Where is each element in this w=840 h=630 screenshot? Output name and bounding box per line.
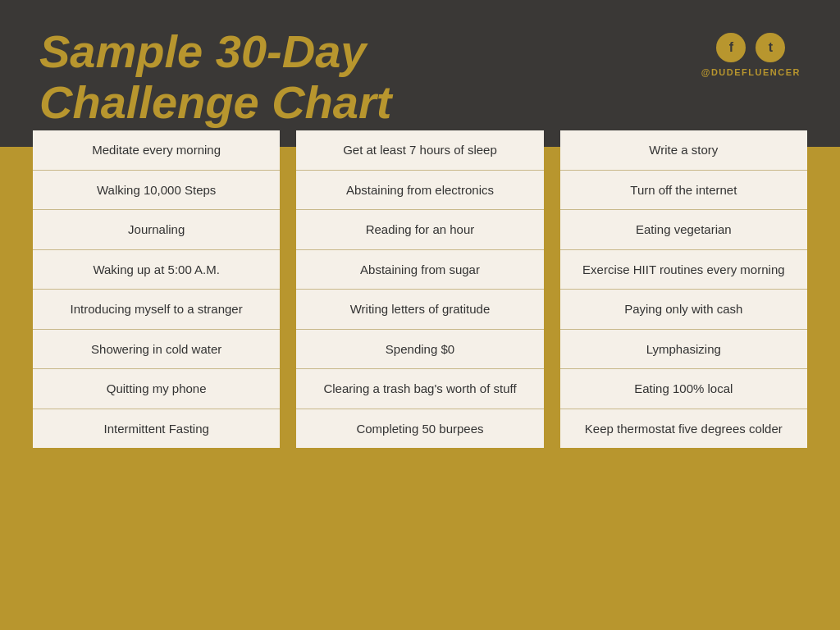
list-item: Introducing myself to a stranger xyxy=(33,290,280,330)
list-item: Writing letters of gratitude xyxy=(296,290,543,330)
facebook-icon[interactable]: f xyxy=(716,33,746,62)
list-item: Eating 100% local xyxy=(560,369,807,409)
list-item: Lymphasizing xyxy=(560,330,807,370)
list-item: Abstaining from electronics xyxy=(296,171,543,211)
page: Sample 30-Day Challenge Chart f t @DUDEF… xyxy=(0,0,840,630)
title-line1: Sample 30-Day xyxy=(39,25,366,77)
list-item: Spending $0 xyxy=(296,330,543,370)
list-item: Completing 50 burpees xyxy=(296,409,543,449)
list-item: Write a story xyxy=(560,130,807,171)
facebook-label: f xyxy=(729,40,733,55)
social-handle: @DUDEFLUENCER xyxy=(701,67,801,77)
social-section: f t @DUDEFLUENCER xyxy=(701,26,801,77)
column-3: Write a storyTurn off the internetEating… xyxy=(560,130,807,448)
list-item: Turn off the internet xyxy=(560,171,807,211)
column-1: Meditate every morningWalking 10,000 Ste… xyxy=(33,130,280,448)
list-item: Paying only with cash xyxy=(560,290,807,330)
header-section: Sample 30-Day Challenge Chart f t @DUDEF… xyxy=(0,0,840,147)
title-line2: Challenge Chart xyxy=(39,76,391,128)
list-item: Waking up at 5:00 A.M. xyxy=(33,250,280,290)
list-item: Meditate every morning xyxy=(33,130,280,171)
list-item: Quitting my phone xyxy=(33,369,280,409)
twitter-label: t xyxy=(769,40,773,55)
list-item: Reading for an hour xyxy=(296,210,543,250)
list-item: Intermittent Fasting xyxy=(33,409,280,449)
columns-container: Meditate every morningWalking 10,000 Ste… xyxy=(33,130,807,448)
list-item: Showering in cold water xyxy=(33,330,280,370)
social-icons-group: f t xyxy=(716,33,785,62)
list-item: Journaling xyxy=(33,210,280,250)
list-item: Get at least 7 hours of sleep xyxy=(296,130,543,171)
list-item: Clearing a trash bag's worth of stuff xyxy=(296,369,543,409)
page-title: Sample 30-Day Challenge Chart xyxy=(39,26,391,127)
list-item: Eating vegetarian xyxy=(560,210,807,250)
list-item: Keep thermostat five degrees colder xyxy=(560,409,807,449)
list-item: Exercise HIIT routines every morning xyxy=(560,250,807,290)
bottom-section: Meditate every morningWalking 10,000 Ste… xyxy=(0,147,840,630)
twitter-icon[interactable]: t xyxy=(756,33,785,62)
list-item: Walking 10,000 Steps xyxy=(33,171,280,211)
list-item: Abstaining from sugar xyxy=(296,250,543,290)
column-2: Get at least 7 hours of sleepAbstaining … xyxy=(296,130,543,448)
